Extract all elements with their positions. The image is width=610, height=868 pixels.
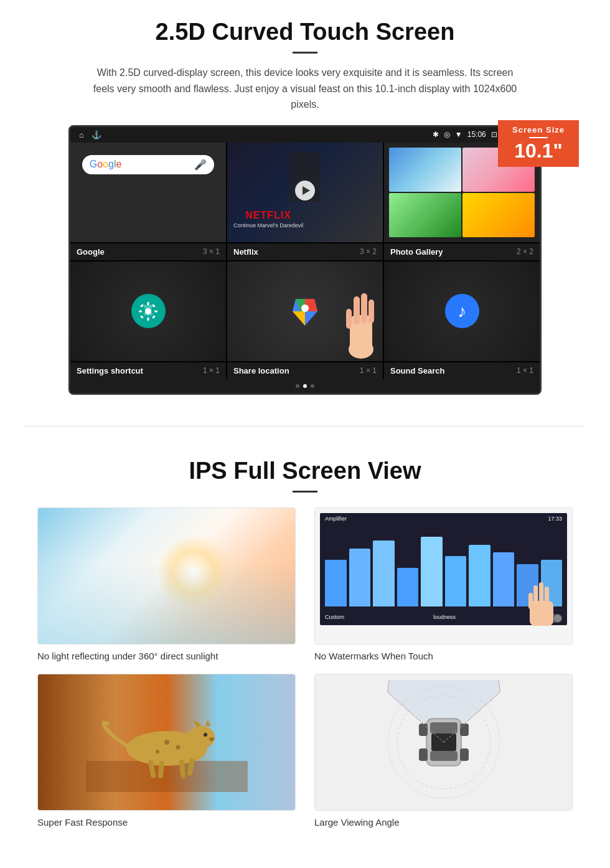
amp-title: Amplifier (325, 516, 347, 522)
share-label-row: Share location 1 × 1 (227, 362, 383, 379)
play-button[interactable] (295, 181, 315, 200)
svg-rect-5 (140, 304, 144, 308)
feature-car: Large Viewing Angle (314, 674, 573, 828)
car-angle-diagram (382, 680, 506, 804)
google-cell-size: 3 × 1 (203, 247, 220, 256)
netflix-logo: NETFLIX (233, 210, 303, 221)
settings-app-cell[interactable] (70, 262, 226, 361)
svg-point-31 (209, 737, 214, 741)
wifi-icon: ▼ (455, 130, 462, 139)
svg-rect-45 (419, 724, 428, 736)
svg-rect-19 (346, 309, 352, 329)
google-cell-content: Google 🎤 (70, 143, 226, 242)
home-icon: ⌂ (79, 130, 84, 139)
sound-icon-bg: ♪ (445, 294, 479, 328)
svg-rect-2 (148, 318, 149, 321)
feature-sunlight: No light reflecting under 360° direct su… (37, 507, 296, 661)
netflix-cell-name: Netflix (233, 247, 258, 257)
svg-rect-42 (430, 722, 458, 734)
svg-rect-4 (154, 310, 157, 312)
amp-time: 17:33 (548, 516, 562, 522)
sound-label-row: Sound Search 1 × 1 (384, 362, 540, 379)
settings-cell-size: 1 × 1 (203, 366, 220, 375)
sound-cell-size: 1 × 1 (517, 366, 533, 375)
svg-marker-29 (205, 719, 210, 726)
dot-2 (303, 384, 307, 388)
photo4 (462, 193, 535, 237)
sound-cell-content: ♪ (384, 262, 540, 361)
settings-label-row: Settings shortcut 1 × 1 (70, 362, 226, 379)
svg-rect-48 (460, 748, 469, 761)
section-divider-line (25, 426, 585, 427)
google-search-bar[interactable]: Google 🎤 (82, 155, 215, 174)
time-display: 15:06 (467, 130, 486, 139)
google-label-row: Google 3 × 1 (70, 243, 226, 260)
gallery-label-row: Photo Gallery 2 × 2 (384, 243, 540, 260)
section1-title: 2.5D Curved Touch Screen (37, 19, 573, 45)
svg-point-32 (164, 740, 169, 745)
location-icon: ◎ (444, 130, 450, 139)
sound-cell-name: Sound Search (390, 366, 444, 375)
curved-screen-section: 2.5D Curved Touch Screen With 2.5D curve… (0, 0, 610, 407)
svg-point-30 (204, 733, 207, 737)
eq-bar-2 (349, 549, 371, 606)
cheetah-label: Super Fast Response (37, 817, 296, 828)
photo3 (389, 193, 461, 237)
section2-divider (293, 491, 317, 493)
gear-icon (138, 301, 158, 321)
sound-search-cell[interactable]: ♪ (384, 262, 540, 361)
hand-touch-overlay (522, 573, 560, 631)
netflix-branding: NETFLIX Continue Marvel's Daredevil (233, 210, 303, 229)
svg-rect-1 (148, 302, 149, 305)
share-cell-size: 1 × 1 (360, 366, 377, 375)
gallery-cell-name: Photo Gallery (390, 247, 443, 257)
feature-grid: No light reflecting under 360° direct su… (37, 507, 573, 828)
settings-cell-content (70, 262, 226, 361)
eq-bar-1 (325, 560, 347, 606)
netflix-poster: NETFLIX Continue Marvel's Daredevil (227, 143, 383, 242)
dot-1 (296, 384, 299, 388)
settings-icon-bg (131, 294, 166, 328)
ips-screen-section: IPS Full Screen View No light reflecting… (0, 445, 610, 846)
eq-bar-4 (397, 568, 419, 606)
e-letter: e (116, 159, 121, 169)
music-note-icon: ♪ (458, 301, 466, 321)
svg-point-33 (156, 750, 159, 753)
touch-hand-svg (522, 573, 560, 629)
status-left: ⌂ ⚓ (79, 130, 101, 139)
settings-cell-name: Settings shortcut (77, 366, 143, 375)
bluetooth-icon: ✱ (433, 130, 439, 139)
device-mockup: Screen Size 10.1" ⌂ ⚓ ✱ ◎ ▼ 15:06 ⊡ ◁) (68, 125, 542, 395)
car-angle-svg (382, 680, 506, 804)
mic-icon: 🎤 (194, 159, 207, 171)
amplifier-visual: Amplifier 17:33 (315, 508, 572, 644)
title-divider (293, 52, 317, 54)
car-label: Large Viewing Angle (314, 817, 573, 828)
hand-svg (336, 278, 383, 359)
cheetah-svg (86, 692, 248, 792)
eq-bar-7 (469, 545, 490, 606)
sunlight-image (37, 507, 296, 644)
badge-size-value: 10.1" (507, 141, 570, 161)
svg-point-27 (187, 726, 215, 748)
sky-bottom (38, 562, 295, 644)
share-location-cell[interactable] (227, 262, 383, 361)
g-letter: G (90, 159, 97, 169)
netflix-app-cell[interactable]: NETFLIX Continue Marvel's Daredevil (227, 143, 383, 242)
eq-bar-6 (445, 556, 467, 606)
app-grid: Google 🎤 NETFLIX (70, 143, 540, 379)
google-logo-text: Google (90, 159, 122, 170)
google-app-cell[interactable]: Google 🎤 (70, 143, 226, 242)
svg-rect-24 (530, 601, 553, 626)
feature-cheetah: Super Fast Response (37, 674, 296, 828)
eq-bar-3 (373, 540, 395, 606)
svg-marker-12 (293, 311, 305, 326)
pagination-dots (70, 379, 540, 393)
camera-icon: ⊡ (491, 130, 497, 139)
netflix-label-row: Netflix 3 × 2 (227, 243, 383, 260)
photo1 (389, 148, 461, 192)
svg-point-34 (176, 745, 180, 749)
google-maps-icon (289, 296, 321, 327)
svg-rect-16 (354, 296, 360, 324)
cheetah-visual (38, 674, 295, 810)
